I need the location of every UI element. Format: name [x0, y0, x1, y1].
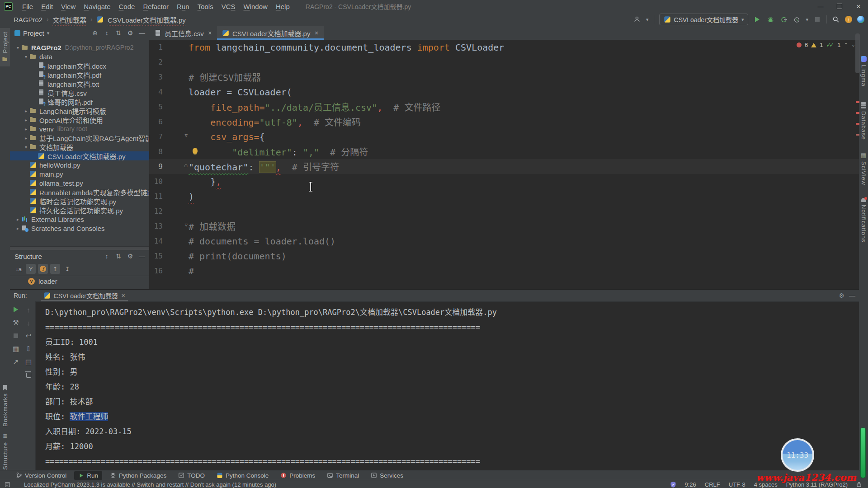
menu-vcs[interactable]: VCS [217, 3, 240, 10]
console-line[interactable]: 性别: 男 [45, 365, 859, 380]
code-line[interactable]: 2 [149, 55, 859, 70]
coverage-button[interactable] [779, 15, 788, 23]
profiler-dropdown-icon[interactable]: ▾ [806, 17, 808, 23]
code-line[interactable]: 10 }, [149, 174, 859, 189]
hide-icon[interactable]: — [137, 29, 146, 37]
tool-window-button-python-packages[interactable]: Python Packages [106, 471, 170, 480]
fold-end-icon[interactable]: ⌂ [184, 162, 188, 169]
project-panel-title[interactable]: Project [23, 29, 44, 37]
menu-help[interactable]: Help [272, 3, 294, 10]
console-line[interactable]: 部门: 技术部 [45, 394, 859, 409]
console-line[interactable]: 月薪: 12000 [45, 439, 859, 454]
fold-icon[interactable]: ▿ [184, 132, 188, 139]
breadcrumb-item[interactable]: RAGPro2 [14, 16, 42, 23]
code-line[interactable]: 7▿ csv_args={ [149, 129, 859, 144]
console-output[interactable]: D:\python_pro\RAGPro2\venv\Scripts\pytho… [35, 301, 859, 470]
tree-item[interactable]: ▸LangChain提示词模版 [10, 106, 149, 115]
code-line[interactable]: 9⌂"quotechar": '"', # 引号字符 [149, 159, 859, 174]
sort-alpha-icon[interactable]: ↓a [14, 264, 24, 274]
tool-window-button-todo[interactable]: TODO [174, 471, 209, 480]
tree-item[interactable]: ▸基于LangChain实现RAG与Agent智能开发 [10, 133, 149, 142]
close-icon[interactable]: ✕ [121, 293, 125, 299]
status-segment[interactable]: CRLF [705, 481, 720, 488]
code-line[interactable]: 4loader = CSVLoader( [149, 84, 859, 99]
close-button[interactable]: ✕ [849, 0, 868, 13]
console-line[interactable]: 职位: 软件工程师 [45, 409, 859, 424]
project-dropdown-icon[interactable]: ▾ [47, 30, 50, 36]
tree-item[interactable]: ▸venvlibrary root [10, 124, 149, 133]
code-line[interactable]: 5 file_path="../data/员工信息.csv", # 文件路径 [149, 99, 859, 114]
error-stripe-mark[interactable] [856, 101, 859, 103]
ai-assistant-icon[interactable] [857, 16, 864, 23]
maximize-button[interactable] [830, 0, 849, 13]
editor-tab[interactable]: 员工信息.csv✕ [149, 26, 217, 40]
menu-navigate[interactable]: Navigate [80, 3, 114, 10]
tree-item[interactable]: langchain文档.txt [10, 79, 149, 88]
rerun-icon[interactable] [11, 305, 21, 314]
error-stripe-mark[interactable] [856, 123, 859, 125]
lock-icon[interactable] [856, 481, 862, 488]
menu-refactor[interactable]: Refactor [139, 3, 173, 10]
intention-bulb-icon[interactable] [193, 148, 198, 154]
collapse-icon[interactable]: ⇅ [114, 29, 123, 37]
tree-item[interactable]: 持久化会话记忆功能实现.py [10, 206, 149, 215]
filter-fields-icon[interactable]: f [38, 264, 48, 274]
console-scrollbar[interactable] [860, 427, 866, 478]
code-line[interactable]: 11) [149, 189, 859, 204]
console-line[interactable]: 员工ID: 1001 [45, 335, 859, 350]
settings-icon[interactable]: ⚙ [126, 29, 135, 37]
panel-splitter[interactable] [10, 246, 149, 250]
restore-icon[interactable]: ▦ [11, 344, 21, 353]
stripe-tab-database[interactable]: Database [859, 102, 868, 140]
pin-icon[interactable]: ↗ [11, 357, 21, 366]
debug-button[interactable] [766, 15, 774, 23]
event-log-icon[interactable] [5, 482, 10, 488]
tree-item[interactable]: langchain文档.docx [10, 61, 149, 70]
expand-icon[interactable]: ↕ [102, 29, 111, 37]
editor-tab[interactable]: CSVLoader文档加载器.py✕ [217, 26, 324, 40]
settings-icon[interactable]: ⚒ [11, 318, 21, 327]
menu-file[interactable]: File [18, 3, 37, 10]
close-icon[interactable]: ✕ [314, 30, 318, 36]
update-available-icon[interactable]: ↑ [845, 16, 852, 23]
minimize-button[interactable]: — [811, 0, 830, 13]
run-settings-icon[interactable]: ⚙ [839, 292, 844, 299]
print-icon[interactable]: ▤ [24, 357, 33, 366]
security-shield-icon[interactable] [670, 481, 676, 488]
menu-view[interactable]: View [57, 3, 80, 10]
tool-window-button-version-control[interactable]: Version Control [12, 471, 71, 480]
next-problem-icon[interactable]: ⌄ [851, 42, 855, 48]
run-tab[interactable]: CSVLoader文档加载器 ✕ [41, 290, 128, 301]
tool-window-button-services[interactable]: Services [367, 471, 407, 480]
menu-tools[interactable]: Tools [193, 3, 217, 10]
tree-item[interactable]: ▾RAGPro2D:\python_pro\RAGPro2 [10, 43, 149, 52]
search-everywhere-icon[interactable] [832, 15, 840, 23]
breadcrumb-item[interactable]: 文档加载器 [52, 15, 86, 24]
breadcrumb-item[interactable]: CSVLoader文档加载器.py [108, 15, 186, 24]
code-line[interactable]: 16# [149, 263, 859, 278]
console-line[interactable]: 入职日期: 2022-03-15 [45, 424, 859, 439]
hide-panel-icon[interactable]: — [849, 292, 855, 299]
tool-window-button-terminal[interactable]: Terminal [323, 471, 363, 480]
stripe-tab-notifications[interactable]: Notifications [859, 197, 868, 243]
tree-item[interactable]: 锋哥的网站.pdf [10, 97, 149, 106]
tree-item[interactable]: ▸OpenAI库介绍和使用 [10, 115, 149, 124]
code-line[interactable]: 3# 创建CSV加载器 [149, 70, 859, 84]
console-line[interactable]: 姓名: 张伟 [45, 350, 859, 365]
tool-window-button-run[interactable]: Run [74, 471, 102, 480]
clear-icon[interactable] [24, 371, 33, 380]
tree-item[interactable]: RunnableLambda实现复杂多模型链路调用.py [10, 188, 149, 197]
user-dropdown-icon[interactable]: ▾ [646, 17, 649, 23]
softwrap-icon[interactable]: ↩ [24, 331, 33, 340]
profiler-button[interactable] [793, 15, 801, 23]
hide-icon[interactable]: — [137, 253, 146, 260]
stripe-tab-project[interactable]: Project [0, 28, 10, 66]
tool-window-button-python-console[interactable]: Python Console [212, 471, 273, 480]
menu-edit[interactable]: Edit [37, 3, 57, 10]
expand-with-icon[interactable]: ↥ [50, 264, 60, 274]
code-line[interactable]: 15# print(documents) [149, 249, 859, 263]
tree-item[interactable]: CSVLoader文档加载器.py [10, 151, 149, 160]
down-icon[interactable]: ↓ [24, 318, 33, 327]
tree-item[interactable]: ollama_test.py [10, 178, 149, 188]
user-icon[interactable] [633, 15, 641, 23]
